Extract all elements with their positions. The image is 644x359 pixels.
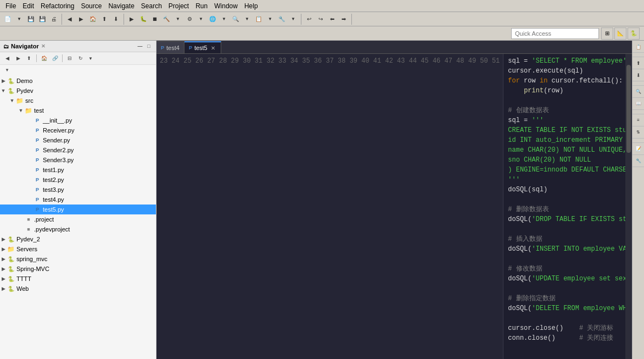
menu-navigate[interactable]: Navigate (105, 1, 137, 11)
tree-view[interactable]: ▶🐍Demo▼🐍Pydev▼📁src▼📁testP__init__.pyPRec… (0, 75, 156, 359)
menu-edit[interactable]: Edit (19, 1, 37, 11)
tree-item-init[interactable]: P__init__.py (0, 115, 156, 125)
tree-item-pydev2[interactable]: ▶🐍Pydev_2 (0, 234, 156, 244)
toolbar-redo-btn[interactable]: ↪ (315, 14, 326, 25)
tree-item-dotpydevproject[interactable]: ■.pydevproject (0, 224, 156, 234)
qa-icon1[interactable]: 📐 (614, 27, 626, 40)
toolbar-ext4[interactable]: 📋 (253, 14, 264, 25)
tree-item-test2[interactable]: Ptest2.py (0, 175, 156, 185)
toolbar-ext2[interactable]: 🌐 (207, 14, 218, 25)
toolbar-ext4-dd[interactable]: ▼ (265, 14, 276, 25)
toolbar-icon2[interactable]: ⬇ (110, 14, 121, 25)
tree-icon-src: 📁 (15, 96, 24, 105)
menu-search[interactable]: Search (138, 1, 165, 11)
nav-sep1 (36, 54, 37, 62)
rs-btn-1[interactable]: ⬆ (632, 57, 645, 69)
toolbar-forward-btn[interactable]: ▶ (76, 14, 87, 25)
tree-item-test[interactable]: ▼📁test (0, 106, 156, 115)
toolbar-ext1-dd[interactable]: ▼ (195, 14, 206, 25)
tree-item-receiver[interactable]: PReceiver.py (0, 125, 156, 135)
tree-item-SpringMVC[interactable]: ▶🐍Spring-MVC (0, 264, 156, 274)
tab-test5[interactable]: Ptest5✕ (184, 41, 221, 53)
tree-item-test1[interactable]: Ptest1.py (0, 165, 156, 175)
toolbar-print-btn[interactable]: 🖨 (48, 14, 59, 25)
tree-item-sender[interactable]: PSender.py (0, 135, 156, 145)
rs-btn-5[interactable]: ≡ (632, 114, 645, 126)
toolbar-ext3[interactable]: 🔍 (230, 14, 241, 25)
tree-label-SpringMVC: Spring-MVC (16, 266, 49, 272)
rs-btn-8[interactable]: 🔧 (632, 155, 645, 167)
menu-window[interactable]: Window (211, 1, 241, 11)
menu-run[interactable]: Run (192, 1, 211, 11)
qa-perspectives-btn[interactable]: ⊞ (601, 27, 613, 40)
tree-item-test3[interactable]: Ptest3.py (0, 185, 156, 195)
toolbar-home-btn[interactable]: 🏠 (87, 14, 98, 25)
tree-item-spring_mvc[interactable]: ▶🐍spring_mvc (0, 254, 156, 264)
rs-btn-3[interactable]: 🔍 (632, 86, 645, 98)
nav-link-btn[interactable]: 🔗 (50, 53, 60, 63)
toolbar-build-btn[interactable]: 🔨 (161, 14, 172, 25)
menu-project[interactable]: Project (165, 1, 192, 11)
toolbar-undo-btn[interactable]: ↩ (304, 14, 315, 25)
tree-item-pydev[interactable]: ▼🐍Pydev (0, 86, 156, 96)
toolbar-ext2-dd[interactable]: ▼ (219, 14, 229, 25)
menu-file[interactable]: File (2, 1, 19, 11)
scrollbar-thumb[interactable] (626, 65, 631, 153)
nav-refresh-btn[interactable]: ↻ (76, 53, 86, 63)
tree-item-tttt[interactable]: ▶🐍TTTT (0, 274, 156, 284)
tree-item-dotproject[interactable]: ■.project (0, 214, 156, 224)
nav-back-btn[interactable]: ◀ (2, 53, 12, 63)
tree-item-sender3[interactable]: PSender3.py (0, 155, 156, 165)
scrollbar[interactable] (625, 54, 632, 359)
toolbar-new-btn[interactable]: 📄 (2, 14, 13, 25)
toolbar-run-dropdown[interactable]: ▼ (172, 14, 183, 25)
tree-item-servers[interactable]: ▶📁Servers (0, 244, 156, 254)
menu-source[interactable]: Source (77, 1, 105, 11)
rs-btn-4[interactable]: 📖 (632, 98, 645, 110)
tab-test4[interactable]: Ptest4 (156, 41, 184, 53)
toolbar-new-dropdown[interactable]: ▼ (14, 14, 25, 25)
tree-item-web[interactable]: ▶🐍Web (0, 284, 156, 294)
toolbar-ext3-dd[interactable]: ▼ (242, 14, 253, 25)
code-content[interactable]: sql = 'SELECT * FROM employee' cursor.ex… (503, 54, 625, 359)
nav-forward-btn[interactable]: ▶ (13, 53, 23, 63)
tree-arrow-pydev: ▼ (0, 88, 7, 93)
nav-collapse-arrow[interactable]: ▼ (3, 66, 11, 74)
tree-item-demo[interactable]: ▶🐍Demo (0, 76, 156, 86)
toolbar-debug-btn[interactable]: 🐛 (138, 14, 149, 25)
toolbar-ext5[interactable]: 🔧 (276, 14, 287, 25)
nav-sep2 (62, 54, 63, 62)
nav-home-btn[interactable]: 🏠 (39, 53, 49, 63)
toolbar-save-btn[interactable]: 💾 (25, 14, 36, 25)
qa-icon2[interactable]: 🐍 (628, 27, 640, 40)
tree-item-test5[interactable]: Ptest5.py (0, 205, 156, 214)
toolbar-ext1[interactable]: ⚙ (184, 14, 195, 25)
menu-refactoring[interactable]: Refactoring (37, 1, 77, 11)
toolbar-prev-btn[interactable]: ⬅ (327, 14, 338, 25)
rs-btn-2[interactable]: ⬇ (632, 69, 645, 81)
tree-icon-sender2: P (33, 146, 42, 154)
toolbar-group-file: 📄 ▼ 💾 💾 🖨 (2, 14, 62, 25)
toolbar-icon1[interactable]: ⬆ (99, 14, 110, 25)
nav-up-btn[interactable]: ⬆ (24, 53, 34, 63)
toolbar-run-btn[interactable]: ▶ (126, 14, 137, 25)
toolbar-ext5-dd[interactable]: ▼ (288, 14, 299, 25)
toolbar-stop-btn[interactable]: ⏹ (149, 14, 160, 25)
menu-help[interactable]: Help (241, 1, 261, 11)
toolbar-back-btn[interactable]: ◀ (64, 14, 75, 25)
tree-item-sender2[interactable]: PSender2.py (0, 145, 156, 155)
tree-item-src[interactable]: ▼📁src (0, 96, 156, 106)
toolbar-saveall-btn[interactable]: 💾 (37, 14, 48, 25)
rs-btn-6[interactable]: ⇅ (632, 126, 645, 139)
nav-menu-btn[interactable]: ▼ (87, 54, 94, 62)
nav-collapse-btn[interactable]: ⊟ (65, 53, 75, 63)
tab-close-test5[interactable]: ✕ (210, 45, 216, 51)
rs-btn-7[interactable]: 📝 (632, 143, 645, 155)
panel-maximize-btn[interactable]: □ (145, 42, 153, 50)
panel-minimize-btn[interactable]: — (136, 42, 144, 50)
rs-btn-0[interactable]: 📋 (632, 41, 645, 53)
tree-arrow-demo: ▶ (0, 78, 7, 84)
tree-item-test4[interactable]: Ptest4.py (0, 195, 156, 205)
toolbar-next-btn[interactable]: ➡ (338, 14, 349, 25)
quick-access-input[interactable] (511, 28, 599, 39)
